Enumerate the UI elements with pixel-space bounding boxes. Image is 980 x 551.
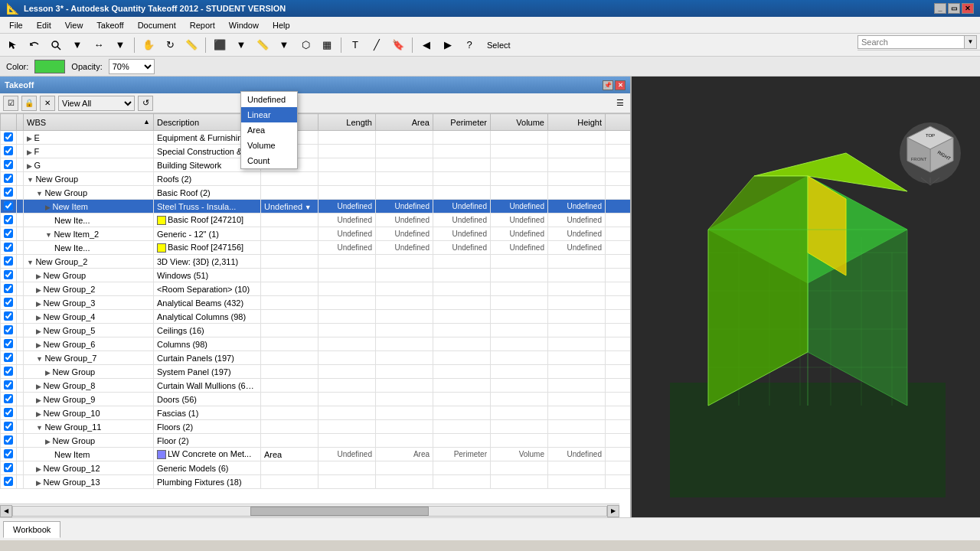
row-type[interactable]: [261, 351, 318, 365]
table-row[interactable]: ▶ New GroupWindows (51): [1, 269, 631, 282]
table-row[interactable]: ▶ New Group_4Analytical Columns (98): [1, 310, 631, 324]
undo-button[interactable]: [24, 36, 44, 54]
expand-arrow[interactable]: ▶: [36, 341, 44, 349]
row-checkbox[interactable]: [1, 200, 17, 214]
navigate-button[interactable]: ↔: [89, 36, 109, 54]
row-checkbox[interactable]: [1, 406, 17, 420]
expand-arrow[interactable]: ▼: [36, 190, 44, 197]
row-checkbox[interactable]: [1, 310, 17, 324]
panel-close-button[interactable]: ✕: [615, 80, 626, 90]
search-dropdown-button[interactable]: ▼: [965, 35, 977, 49]
expand-arrow[interactable]: ▶: [36, 396, 44, 404]
table-row[interactable]: ▼ New Group_7Curtain Panels (197): [1, 351, 631, 365]
expand-arrow[interactable]: ▼: [36, 355, 44, 363]
help-button[interactable]: ?: [459, 36, 479, 54]
takeoff-check-all[interactable]: ☑: [3, 96, 18, 111]
menu-edit[interactable]: Edit: [31, 19, 57, 31]
expand-arrow[interactable]: ▼: [27, 176, 35, 184]
row-type[interactable]: [261, 337, 318, 351]
expand-arrow[interactable]: ▶: [45, 369, 53, 377]
scroll-left-button[interactable]: ◀: [0, 505, 12, 517]
color-swatch[interactable]: [34, 60, 65, 73]
table-row[interactable]: ▶ FSpecial Construction & D...: [1, 145, 631, 158]
table-row[interactable]: ▶ New Group_13Plumbing Fixtures (18): [1, 475, 631, 489]
row-checkbox[interactable]: [1, 227, 17, 241]
row-type[interactable]: [261, 420, 318, 434]
table-row[interactable]: ▼ New GroupBasic Roof (2): [1, 186, 631, 200]
col-length[interactable]: Length: [318, 114, 376, 131]
row-type[interactable]: [261, 461, 318, 475]
col-volume[interactable]: Volume: [491, 114, 548, 131]
close-button[interactable]: ✕: [962, 3, 974, 14]
row-checkbox[interactable]: [1, 420, 17, 434]
table-row[interactable]: ▶ New Group_9Doors (56): [1, 393, 631, 406]
col-thick[interactable]: Thick: [606, 114, 631, 131]
row-checkbox[interactable]: [1, 434, 17, 448]
table-row[interactable]: ▶ New Group_3Analytical Beams (432): [1, 296, 631, 310]
measure-button[interactable]: 📏: [181, 36, 201, 54]
table-row[interactable]: ▶ New Group_10Fascias (1): [1, 406, 631, 420]
row-checkbox[interactable]: [1, 393, 17, 406]
expand-arrow[interactable]: ▶: [45, 204, 53, 211]
expand-arrow[interactable]: ▶: [36, 465, 44, 473]
row-checkbox[interactable]: [1, 269, 17, 282]
row-type[interactable]: Undefined ▼: [261, 200, 318, 214]
table-row[interactable]: ▶ New Group_6Columns (98): [1, 337, 631, 351]
zoom-dropdown[interactable]: ▼: [67, 36, 87, 54]
expand-arrow[interactable]: ▶: [27, 162, 34, 170]
prev-button[interactable]: ◀: [416, 36, 436, 54]
panel-menu-button[interactable]: ☰: [613, 96, 627, 110]
select-tool-button[interactable]: [3, 36, 23, 54]
row-checkbox[interactable]: [1, 379, 17, 393]
row-type[interactable]: [261, 406, 318, 420]
row-type[interactable]: [261, 434, 318, 448]
row-checkbox[interactable]: [1, 296, 17, 310]
dropdown-undefined[interactable]: Undefined: [241, 92, 297, 107]
dropdown-area[interactable]: Area: [241, 122, 297, 138]
row-checkbox[interactable]: [1, 255, 17, 269]
expand-arrow[interactable]: ▼: [36, 424, 44, 432]
row-checkbox[interactable]: [1, 448, 17, 461]
row-type[interactable]: [261, 324, 318, 337]
count-tool[interactable]: ⬛: [210, 36, 230, 54]
table-row[interactable]: ▶ New Group_2<Room Separation> (10): [1, 282, 631, 296]
expand-arrow[interactable]: ▼: [27, 259, 35, 266]
expand-arrow[interactable]: ▶: [36, 314, 44, 321]
row-type[interactable]: [261, 255, 318, 269]
col-wbs[interactable]: WBS ▲: [24, 114, 154, 131]
col-area[interactable]: Area: [376, 114, 433, 131]
stamp-tool[interactable]: 🔖: [388, 36, 408, 54]
restore-button[interactable]: ▭: [948, 3, 960, 14]
row-type[interactable]: [261, 241, 318, 255]
next-button[interactable]: ▶: [438, 36, 458, 54]
table-row[interactable]: ▶ New GroupFloor (2): [1, 434, 631, 448]
col-height[interactable]: Height: [548, 114, 606, 131]
count-dropdown[interactable]: ▼: [231, 36, 251, 54]
row-type[interactable]: [261, 186, 318, 200]
table-wrapper[interactable]: WBS ▲ Description Type Length Area Perim…: [0, 113, 630, 504]
expand-arrow[interactable]: ▶: [27, 135, 34, 142]
table-row[interactable]: ▼ New Item_2Generic - 12" (1)UndefinedUn…: [1, 227, 631, 241]
menu-document[interactable]: Document: [132, 19, 182, 31]
table-row[interactable]: ▶ New GroupSystem Panel (197): [1, 365, 631, 379]
row-type[interactable]: [261, 282, 318, 296]
row-type[interactable]: [261, 227, 318, 241]
row-checkbox[interactable]: [1, 461, 17, 475]
row-type[interactable]: [261, 365, 318, 379]
takeoff-lock-all[interactable]: 🔒: [21, 96, 37, 111]
dropdown-linear[interactable]: Linear: [241, 107, 297, 122]
menu-window[interactable]: Window: [223, 19, 265, 31]
row-type[interactable]: [261, 214, 318, 227]
table-row[interactable]: ▶ New Group_5Ceilings (16): [1, 324, 631, 337]
menu-file[interactable]: File: [3, 19, 29, 31]
volume-tool[interactable]: ▦: [317, 36, 337, 54]
expand-arrow[interactable]: ▶: [36, 300, 44, 308]
panel-pin-button[interactable]: 📌: [603, 80, 613, 90]
table-row[interactable]: ▶ New Group_8Curtain Wall Mullions (640): [1, 379, 631, 393]
col-perimeter[interactable]: Perimeter: [433, 114, 491, 131]
table-row[interactable]: ▶ GBuilding Sitework: [1, 158, 631, 172]
table-row[interactable]: ▶ New Group_12Generic Models (6): [1, 461, 631, 475]
row-checkbox[interactable]: [1, 172, 17, 186]
expand-arrow[interactable]: ▶: [36, 410, 44, 418]
workbook-tab[interactable]: Workbook: [3, 521, 60, 538]
